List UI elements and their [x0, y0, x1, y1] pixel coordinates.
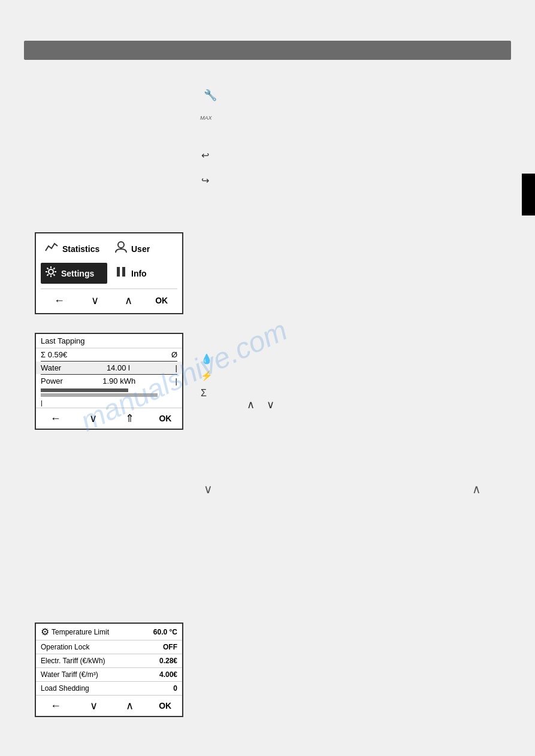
user-icon — [114, 241, 128, 257]
tapping-power-bar: | — [176, 377, 177, 385]
temp-limit-value: 60.0 °C — [153, 628, 177, 636]
wrench-icon: 🔧 — [204, 89, 217, 102]
tapping-up-button[interactable]: ⇑ — [122, 411, 138, 426]
settings-navigation: ← ∨ ∧ OK — [36, 695, 182, 716]
settings-ok-button[interactable]: OK — [159, 701, 171, 711]
tapping-cursor: | — [36, 398, 182, 408]
menu-navigation: ← ∨ ∧ OK — [41, 289, 177, 308]
statistics-icon — [44, 241, 59, 256]
info-label: Info — [131, 269, 147, 278]
side-down-arrow-icon: ∨ — [267, 398, 274, 411]
tapping-down-button[interactable]: ∨ — [86, 411, 101, 426]
lightning-bolt-icon: ⚡ — [201, 370, 213, 381]
menu-item-settings[interactable]: Settings — [41, 263, 107, 284]
tapping-progress-bar-dark — [41, 388, 128, 392]
svg-rect-3 — [122, 267, 125, 277]
last-tapping-box: Last Tapping Σ 0.59€ Ø Water 14.00 l | P… — [35, 333, 183, 430]
side-up-arrow-icon: ∧ — [247, 398, 255, 411]
middle-down-arrow: ∨ — [204, 482, 213, 496]
settings-label: Settings — [61, 269, 94, 278]
tapping-ok-button[interactable]: OK — [159, 414, 171, 423]
gear-icon: ⚙ — [41, 626, 49, 637]
tapping-progress-bar-light — [41, 393, 158, 397]
tapping-power-label: Power — [41, 377, 63, 385]
water-tariff-label: Water Tariff (€/m³) — [41, 670, 159, 679]
right-panel-indicator — [522, 174, 535, 215]
menu-item-statistics[interactable]: Statistics — [41, 238, 107, 259]
menu-item-user[interactable]: User — [111, 238, 177, 259]
settings-panel-box: ⚙ Temperature Limit 60.0 °C Operation Lo… — [35, 623, 183, 717]
electr-tariff-label: Electr. Tariff (€/kWh) — [41, 657, 159, 665]
menu-ok-button[interactable]: OK — [155, 296, 168, 305]
settings-back-button[interactable]: ← — [47, 699, 65, 714]
menu-back-button[interactable]: ← — [50, 293, 68, 308]
settings-row-operation-lock: Operation Lock OFF — [36, 640, 182, 654]
tapping-header: Last Tapping — [36, 334, 182, 348]
tapping-water-value: 14.00 l — [107, 363, 130, 372]
menu-up-button[interactable]: ∧ — [121, 293, 136, 308]
settings-row-load-shedding: Load Shedding 0 — [36, 682, 182, 695]
tapping-avg-symbol: Ø — [171, 350, 177, 359]
tapping-back-button[interactable]: ← — [47, 411, 65, 426]
settings-row-water-tariff: Water Tariff (€/m³) 4.00€ — [36, 668, 182, 681]
settings-row-temperature: ⚙ Temperature Limit 60.0 °C — [36, 624, 182, 640]
svg-rect-2 — [117, 267, 120, 277]
load-shedding-value: 0 — [173, 684, 177, 693]
user-label: User — [131, 244, 150, 254]
tapping-water-bar: | — [176, 363, 177, 372]
tapping-sum-row: Σ 0.59€ Ø — [36, 348, 182, 361]
tapping-navigation: ← ∨ ⇑ OK — [36, 408, 182, 429]
info-icon — [114, 265, 128, 281]
settings-up-button[interactable]: ∧ — [122, 698, 137, 714]
operation-lock-value: OFF — [163, 643, 177, 651]
settings-menu-icon — [44, 265, 58, 281]
menu-item-info[interactable]: Info — [111, 263, 177, 284]
sigma-icon: Σ — [201, 388, 207, 399]
undo-icon: ↩ — [201, 150, 209, 161]
tapping-power-value: 1.90 kWh — [102, 377, 135, 385]
menu-grid: Statistics User Settings — [41, 238, 177, 284]
settings-row-electr-tariff: Electr. Tariff (€/kWh) 0.28€ — [36, 654, 182, 667]
electr-tariff-value: 0.28€ — [159, 657, 177, 665]
water-tariff-value: 4.00€ — [159, 670, 177, 679]
operation-lock-label: Operation Lock — [41, 643, 163, 651]
temp-limit-label: Temperature Limit — [52, 628, 153, 636]
tapping-water-row: Water 14.00 l | — [36, 362, 182, 374]
tapping-water-label: Water — [41, 363, 61, 372]
svg-point-0 — [118, 242, 124, 248]
max-label: MAX — [200, 115, 212, 121]
redo-icon: ↪ — [201, 175, 209, 186]
statistics-label: Statistics — [62, 244, 99, 254]
main-menu-box: Statistics User Settings — [35, 232, 183, 314]
menu-down-button[interactable]: ∨ — [87, 293, 102, 308]
load-shedding-label: Load Shedding — [41, 684, 173, 693]
tapping-power-row: Power 1.90 kWh | — [36, 375, 182, 387]
svg-point-1 — [49, 269, 53, 274]
water-drop-icon: 💧 — [201, 353, 213, 365]
tapping-sum-label: Σ 0.59€ — [41, 350, 67, 359]
top-bar — [24, 41, 511, 60]
settings-down-button[interactable]: ∨ — [86, 698, 101, 714]
middle-up-arrow: ∧ — [472, 482, 481, 496]
